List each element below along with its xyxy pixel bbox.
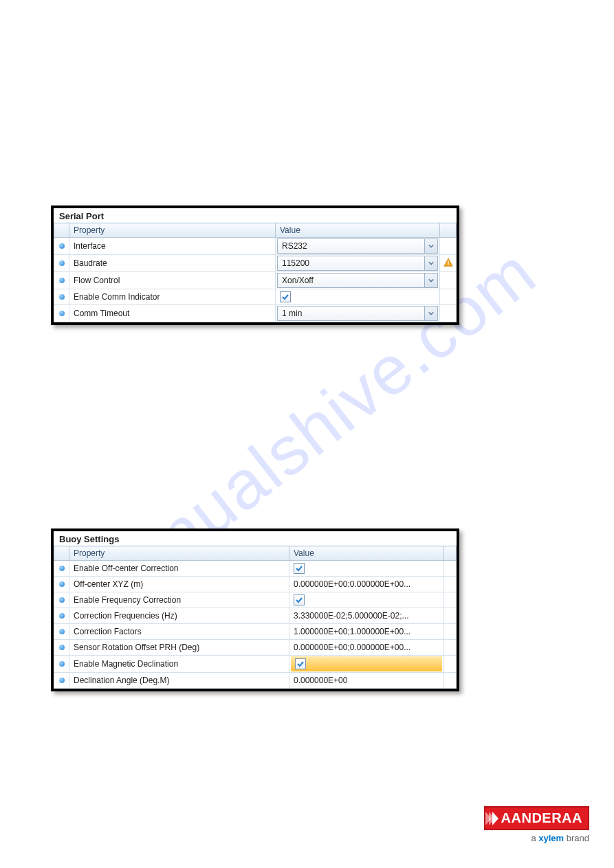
table-row: Correction Frequencies (Hz)3.330000E-02;…: [54, 608, 457, 624]
checkbox[interactable]: [295, 658, 306, 669]
table-row: Flow ControlXon/Xoff: [54, 272, 457, 289]
checkbox[interactable]: [294, 594, 305, 605]
brand-block: AANDERAA a xylem brand: [484, 806, 589, 843]
table-row: Enable Off-center Correction: [54, 561, 457, 577]
chevron-down-icon[interactable]: [424, 307, 437, 320]
value-text: 0.000000E+00;0.000000E+00...: [289, 577, 443, 592]
dropdown[interactable]: Xon/Xoff: [277, 273, 438, 288]
table-row: Correction Factors1.000000E+00;1.000000E…: [54, 624, 457, 640]
table-row: Enable Comm Indicator: [54, 289, 457, 305]
property-label: Correction Factors: [69, 624, 289, 639]
property-label: Baudrate: [69, 256, 275, 271]
checkbox[interactable]: [280, 291, 291, 302]
checkbox[interactable]: [294, 563, 305, 574]
property-label: Correction Frequencies (Hz): [69, 608, 289, 623]
value-text: 1.000000E+00;1.000000E+00...: [289, 624, 443, 639]
dropdown-value: Xon/Xoff: [278, 276, 424, 285]
svg-rect-1: [448, 264, 448, 265]
property-label: Enable Frequency Correction: [69, 592, 289, 608]
chevron-down-icon[interactable]: [424, 256, 437, 270]
serial-port-panel: Serial Port Property Value InterfaceRS23…: [51, 205, 459, 325]
bullet-icon: [59, 661, 65, 667]
serial-port-table: Property Value InterfaceRS232Baudrate115…: [54, 223, 457, 322]
table-row: Off-center XYZ (m)0.000000E+00;0.000000E…: [54, 577, 457, 592]
table-row: Comm Timeout1 min: [54, 305, 457, 322]
brand-name: AANDERAA: [501, 810, 582, 826]
property-label: Enable Comm Indicator: [69, 289, 275, 304]
property-label: Comm Timeout: [69, 306, 275, 321]
property-label: Declination Angle (Deg.M): [69, 673, 289, 688]
bullet-icon: [59, 243, 65, 249]
property-label: Enable Magnetic Declination: [69, 656, 289, 671]
dropdown-value: RS232: [278, 241, 424, 251]
bullet-icon: [59, 645, 65, 650]
bullet-icon: [59, 629, 65, 634]
table-row: Sensor Rotation Offset PRH (Deg)0.000000…: [54, 640, 457, 656]
dropdown[interactable]: RS232: [277, 238, 438, 254]
bullet-icon: [59, 294, 65, 300]
bullet-icon: [59, 581, 65, 587]
buoy-header-value: Value: [289, 546, 444, 561]
property-label: Flow Control: [69, 273, 275, 288]
buoy-settings-title: Buoy Settings: [54, 531, 457, 546]
table-row: Baudrate115200: [54, 255, 457, 272]
bullet-icon: [59, 260, 65, 266]
serial-port-title: Serial Port: [54, 208, 457, 223]
table-row: Declination Angle (Deg.M)0.000000E+00: [54, 673, 457, 689]
svg-rect-0: [448, 260, 448, 263]
property-label: Off-center XYZ (m): [69, 577, 289, 592]
property-label: Interface: [69, 238, 275, 254]
bullet-icon: [59, 566, 65, 571]
buoy-header-property: Property: [69, 546, 289, 561]
table-row: Enable Magnetic Declination: [54, 656, 457, 673]
brand-chevrons-icon: [488, 812, 498, 825]
brand-tagline: a xylem brand: [484, 833, 589, 843]
bullet-icon: [59, 597, 65, 603]
bullet-icon: [59, 613, 65, 619]
table-row: InterfaceRS232: [54, 238, 457, 255]
serial-header-property: Property: [69, 223, 276, 238]
bullet-icon: [59, 278, 65, 283]
dropdown-value: 1 min: [278, 309, 424, 318]
chevron-down-icon[interactable]: [424, 239, 437, 253]
value-text: 0.000000E+00: [289, 673, 443, 688]
bullet-icon: [59, 311, 65, 316]
value-text: 3.330000E-02;5.000000E-02;...: [289, 608, 443, 623]
table-row: Enable Frequency Correction: [54, 592, 457, 608]
buoy-settings-panel: Buoy Settings Property Value Enable Off-…: [51, 528, 459, 691]
serial-header-value: Value: [276, 223, 440, 238]
value-text: 0.000000E+00;0.000000E+00...: [289, 640, 443, 655]
property-label: Enable Off-center Correction: [69, 561, 289, 576]
property-label: Sensor Rotation Offset PRH (Deg): [69, 640, 289, 655]
warning-icon: [443, 260, 453, 269]
dropdown-value: 115200: [278, 258, 424, 268]
brand-logo: AANDERAA: [484, 806, 589, 830]
dropdown[interactable]: 1 min: [277, 306, 438, 321]
chevron-down-icon[interactable]: [424, 274, 437, 287]
buoy-settings-table: Property Value Enable Off-center Correct…: [54, 546, 457, 689]
dropdown[interactable]: 115200: [277, 256, 438, 271]
bullet-icon: [59, 678, 65, 683]
